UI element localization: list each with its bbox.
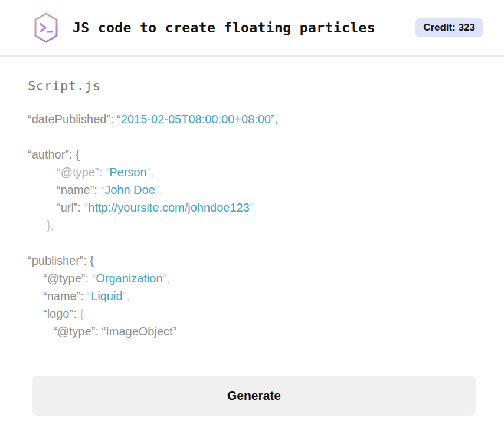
code-segment: “url”:	[57, 201, 84, 214]
code-segment: http://yoursite.com/johndoe123	[88, 201, 250, 214]
terminal-hexagon-icon	[32, 12, 60, 44]
page-title: JS code to create floating particles	[73, 20, 375, 35]
generate-button[interactable]: Generate	[32, 376, 476, 416]
code-line: “@type”: “ImageObject”	[28, 322, 476, 340]
code-segment: ”,	[155, 183, 162, 196]
code-segment: {	[80, 307, 84, 320]
main-content: Script.js “datePublished”: “2015-02-05T0…	[0, 57, 504, 416]
code-line: “@type”: “Organization”,	[28, 269, 476, 287]
code-segment: “@type”:	[57, 166, 106, 179]
code-segment: “name”:	[43, 289, 87, 302]
code-segment: “author”: {	[28, 148, 80, 161]
code-line	[28, 234, 476, 252]
code-segment: Organization	[96, 272, 162, 285]
code-line: “url”: “http://yoursite.com/johndoe123”	[28, 199, 476, 216]
code-block: “datePublished”: “2015-02-05T08:00:00+08…	[28, 110, 476, 340]
code-segment: “name”:	[57, 183, 100, 196]
code-line: “name”: “Liquid”,	[28, 287, 476, 305]
code-segment: “@type”:	[43, 272, 92, 285]
code-segment: ”,	[147, 166, 154, 179]
code-line: “@type”: “Person”,	[28, 163, 476, 181]
code-line: “publisher”: {	[28, 252, 476, 269]
code-line: “author”: {	[28, 146, 476, 163]
code-segment: ”	[250, 201, 254, 214]
code-segment: Person	[109, 166, 146, 179]
code-segment: ”,	[163, 272, 170, 285]
code-segment: “publisher”: {	[28, 254, 94, 267]
code-line	[28, 128, 476, 146]
code-segment: “datePublished”:	[28, 113, 117, 126]
script-filename: Script.js	[28, 78, 476, 93]
code-line: “datePublished”: “2015-02-05T08:00:00+08…	[28, 110, 476, 128]
code-segment: ”,	[123, 289, 130, 302]
code-segment: },	[47, 219, 54, 232]
code-segment: Liquid	[91, 289, 122, 302]
code-segment: John Doe	[104, 183, 155, 196]
credit-badge: Credit: 323	[415, 18, 483, 37]
code-segment: “@type”: “ImageObject”	[53, 325, 176, 338]
header: JS code to create floating particles Cre…	[0, 0, 504, 57]
code-segment: “logo”:	[43, 307, 80, 320]
code-line: “name”: “John Doe”,	[28, 181, 476, 199]
code-segment: “2015-02-05T08:00:00+08:00”,	[117, 113, 278, 126]
code-line: “logo”: {	[28, 305, 476, 322]
code-line: },	[28, 216, 476, 234]
